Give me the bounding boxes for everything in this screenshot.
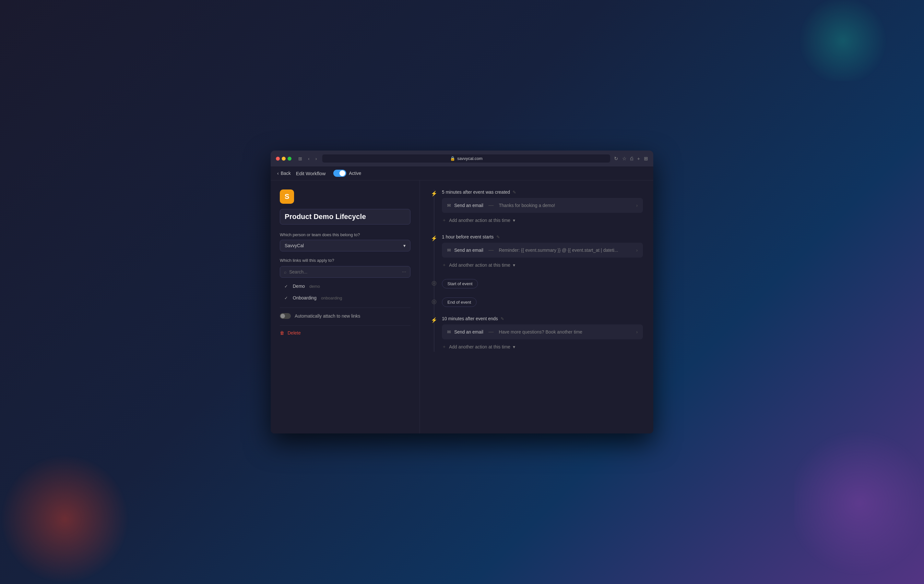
app-header: ‹ Back Edit Workflow Active xyxy=(271,166,653,180)
timeline-time: 5 minutes after event was created xyxy=(442,189,510,195)
chevron-down-icon: ▾ xyxy=(513,218,515,223)
close-dot[interactable] xyxy=(276,157,280,160)
action-card-left: ✉ Send an email — Reminder: {{ event.sum… xyxy=(447,247,618,253)
right-panel: ⚡ 5 minutes after event was created ✎ ✉ … xyxy=(420,180,653,433)
timeline-label: 1 hour before event starts ✎ xyxy=(442,234,643,240)
action-card[interactable]: ✉ Send an email — Thanks for booking a d… xyxy=(442,198,643,213)
add-action-label: Add another action at this time xyxy=(449,344,510,349)
back-label: Back xyxy=(281,170,291,176)
new-tab-btn[interactable]: + xyxy=(637,156,640,161)
event-marker: End of event xyxy=(442,298,477,307)
timeline-label: Start of event xyxy=(442,279,643,288)
back-button[interactable]: ‹ Back xyxy=(277,170,291,176)
auto-attach-toggle[interactable] xyxy=(280,313,291,319)
delete-icon: 🗑 xyxy=(280,330,284,336)
links-search-input[interactable] xyxy=(289,269,399,275)
timeline-label: 5 minutes after event was created ✎ xyxy=(442,189,643,195)
delete-row[interactable]: 🗑 Delete xyxy=(280,326,411,340)
link-name: Onboarding xyxy=(293,295,317,300)
toggle-knob xyxy=(340,170,345,176)
active-label: Active xyxy=(349,170,361,176)
url-text: savvycal.com xyxy=(457,156,482,161)
add-action-button[interactable]: ＋ Add another action at this time ▾ xyxy=(442,215,515,225)
browser-toolbar: ⊞ ‹ › 🔒 savvycal.com ↻ ☆ ⎙ + ⊞ xyxy=(271,151,653,166)
marker-circle-icon: ◎ xyxy=(430,298,438,305)
action-dash: — xyxy=(488,329,494,335)
add-action-button[interactable]: ＋ Add another action at this time ▾ xyxy=(442,342,515,352)
person-team-dropdown[interactable]: SavvyCal ▾ xyxy=(280,240,411,251)
chevron-down-icon: ▾ xyxy=(513,344,515,349)
action-desc: Thanks for booking a demo! xyxy=(499,203,555,208)
timeline-item-item-3: ◎ Start of event xyxy=(430,279,643,288)
add-action-button[interactable]: ＋ Add another action at this time ▾ xyxy=(442,260,515,270)
org-avatar: S xyxy=(280,189,294,204)
edit-time-btn[interactable]: ✎ xyxy=(497,235,500,240)
timeline-item-item-5: ⚡ 10 minutes after event ends ✎ ✉ Send a… xyxy=(430,316,643,352)
bg-blob-red xyxy=(0,454,130,584)
action-desc: Reminder: {{ event.summary }} @ {{ event… xyxy=(499,248,618,253)
links-list: ✓ Demo demo ✓ Onboarding onboarding xyxy=(280,280,411,304)
browser-window: ⊞ ‹ › 🔒 savvycal.com ↻ ☆ ⎙ + ⊞ ‹ Back Ed… xyxy=(271,151,653,433)
sidebar-toggle-btn[interactable]: ⊞ xyxy=(297,156,304,162)
reload-btn[interactable]: ↻ xyxy=(614,156,618,162)
add-action-label: Add another action at this time xyxy=(449,263,510,268)
dropdown-chevron-icon: ▾ xyxy=(403,243,406,248)
bolt-icon: ⚡ xyxy=(430,234,438,242)
auto-attach-knob xyxy=(280,314,285,318)
timeline-time: 1 hour before event starts xyxy=(442,234,494,240)
auto-attach-row: Automatically attach to new links xyxy=(280,308,411,324)
left-panel: S Which person or team does this belong … xyxy=(271,180,420,433)
minimize-dot[interactable] xyxy=(282,157,285,160)
more-options-btn[interactable]: ··· xyxy=(402,269,406,275)
forward-nav-btn[interactable]: › xyxy=(314,156,319,162)
links-search-box: ⌕ ··· xyxy=(280,266,411,278)
edit-workflow-title: Edit Workflow xyxy=(296,170,325,176)
link-slug: demo xyxy=(309,284,320,289)
share-btn[interactable]: ⎙ xyxy=(630,156,633,161)
bg-blob-teal xyxy=(794,0,892,81)
action-type: Send an email xyxy=(454,248,483,253)
event-badge: Start of event xyxy=(442,279,478,288)
address-bar[interactable]: 🔒 savvycal.com xyxy=(322,154,610,162)
active-toggle-container: Active xyxy=(333,170,361,177)
workflow-name-input[interactable] xyxy=(280,209,411,225)
action-card-left: ✉ Send an email — Thanks for booking a d… xyxy=(447,202,555,208)
search-icon: ⌕ xyxy=(284,270,287,275)
auto-attach-label: Automatically attach to new links xyxy=(295,313,360,319)
maximize-dot[interactable] xyxy=(287,157,292,160)
link-item[interactable]: ✓ Demo demo xyxy=(280,280,411,292)
action-desc: Have more questions? Book another time xyxy=(499,329,582,334)
link-name: Demo xyxy=(293,284,305,289)
timeline-label: End of event xyxy=(442,298,643,307)
email-icon: ✉ xyxy=(447,203,451,208)
email-icon: ✉ xyxy=(447,248,451,253)
grid-btn[interactable]: ⊞ xyxy=(644,156,648,162)
delete-label: Delete xyxy=(287,330,300,336)
action-dash: — xyxy=(488,247,494,253)
plus-icon: ＋ xyxy=(442,217,446,223)
timeline-item-item-2: ⚡ 1 hour before event starts ✎ ✉ Send an… xyxy=(430,234,643,270)
plus-icon: ＋ xyxy=(442,262,446,268)
links-label: Which links will this apply to? xyxy=(280,258,411,263)
edit-time-btn[interactable]: ✎ xyxy=(501,316,504,321)
email-icon: ✉ xyxy=(447,329,451,334)
action-card[interactable]: ✉ Send an email — Have more questions? B… xyxy=(442,324,643,339)
link-slug: onboarding xyxy=(321,296,342,300)
marker-circle-icon: ◎ xyxy=(430,279,438,287)
edit-time-btn[interactable]: ✎ xyxy=(513,190,516,195)
event-marker: Start of event xyxy=(442,279,478,288)
link-item[interactable]: ✓ Onboarding onboarding xyxy=(280,292,411,304)
back-nav-btn[interactable]: ‹ xyxy=(306,156,311,162)
bolt-icon: ⚡ xyxy=(430,316,438,324)
action-card-left: ✉ Send an email — Have more questions? B… xyxy=(447,329,582,335)
action-type: Send an email xyxy=(454,203,483,208)
timeline-item-item-1: ⚡ 5 minutes after event was created ✎ ✉ … xyxy=(430,189,643,225)
bookmark-btn[interactable]: ☆ xyxy=(622,156,626,162)
chevron-right-icon: › xyxy=(636,329,638,334)
action-card[interactable]: ✉ Send an email — Reminder: {{ event.sum… xyxy=(442,243,643,258)
check-icon: ✓ xyxy=(284,284,290,289)
plus-icon: ＋ xyxy=(442,344,446,350)
bg-blob-purple xyxy=(794,422,924,584)
back-chevron-icon: ‹ xyxy=(277,170,279,176)
active-toggle[interactable] xyxy=(333,170,346,177)
